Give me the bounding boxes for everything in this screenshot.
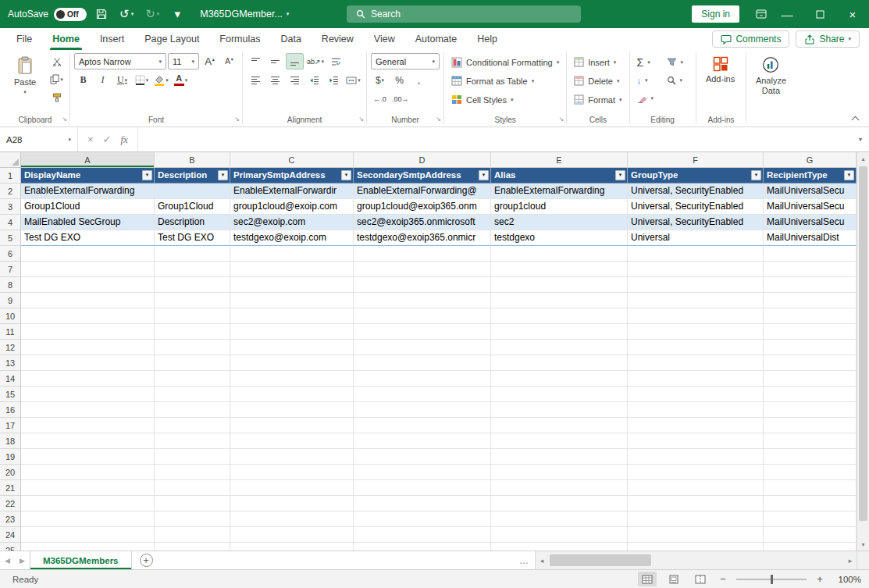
cell-B4[interactable]: Description bbox=[155, 215, 230, 230]
cell-C13[interactable] bbox=[230, 355, 354, 371]
cell-E12[interactable] bbox=[491, 340, 628, 355]
cell-G2[interactable]: MailUniversalSecu bbox=[764, 184, 857, 199]
cell-C10[interactable] bbox=[230, 308, 354, 324]
cell-F12[interactable] bbox=[628, 340, 764, 355]
cell-A2[interactable]: EnableExternalForwarding bbox=[21, 184, 155, 199]
cell-B21[interactable] bbox=[155, 480, 230, 496]
align-right-button[interactable] bbox=[286, 72, 304, 88]
cell-F2[interactable]: Universal, SecurityEnabled bbox=[628, 184, 764, 199]
cell-D23[interactable] bbox=[354, 511, 491, 527]
row-header-25[interactable]: 25 bbox=[0, 543, 21, 551]
filter-button[interactable]: ▼ bbox=[479, 170, 489, 180]
cell-G11[interactable] bbox=[764, 324, 857, 340]
cell-G15[interactable] bbox=[764, 387, 857, 402]
cell-D21[interactable] bbox=[354, 480, 491, 496]
row-header-16[interactable]: 16 bbox=[0, 402, 21, 418]
cell-A14[interactable] bbox=[21, 371, 155, 387]
column-header-D[interactable]: D bbox=[354, 152, 491, 168]
row-header-24[interactable]: 24 bbox=[0, 527, 21, 543]
cell-F11[interactable] bbox=[628, 324, 764, 340]
row-header-15[interactable]: 15 bbox=[0, 387, 21, 402]
percent-style-button[interactable]: % bbox=[390, 72, 408, 88]
find-select-button[interactable]: ▾ bbox=[664, 71, 692, 89]
cell-E21[interactable] bbox=[491, 480, 628, 496]
tab-review[interactable]: Review bbox=[312, 28, 364, 50]
cell-C6[interactable] bbox=[230, 246, 354, 262]
vertical-scroll-thumb[interactable] bbox=[859, 166, 867, 521]
cell-G23[interactable] bbox=[764, 511, 857, 527]
column-header-E[interactable]: E bbox=[491, 152, 628, 168]
cell-C23[interactable] bbox=[230, 511, 354, 527]
scroll-left-button[interactable]: ◂ bbox=[536, 557, 548, 565]
scroll-down-button[interactable]: ▾ bbox=[857, 538, 869, 551]
cell-A6[interactable] bbox=[21, 246, 155, 262]
autosum-button[interactable]: Σ▾ bbox=[634, 53, 662, 71]
tab-data[interactable]: Data bbox=[270, 28, 311, 50]
cell-C3[interactable]: group1cloud@exoip.com bbox=[230, 199, 354, 215]
cell-D14[interactable] bbox=[354, 371, 491, 387]
zoom-level[interactable]: 100% bbox=[833, 575, 861, 584]
cell-C20[interactable] bbox=[230, 465, 354, 480]
column-header-G[interactable]: G bbox=[764, 152, 857, 168]
row-header-10[interactable]: 10 bbox=[0, 308, 21, 324]
row-header-7[interactable]: 7 bbox=[0, 262, 21, 277]
increase-font-size-button[interactable]: A▴ bbox=[201, 53, 219, 69]
align-left-button[interactable] bbox=[247, 72, 265, 88]
cell-B18[interactable] bbox=[155, 433, 230, 449]
row-header-22[interactable]: 22 bbox=[0, 496, 21, 511]
cell-D18[interactable] bbox=[354, 433, 491, 449]
formula-input[interactable] bbox=[138, 127, 852, 151]
underline-button[interactable]: U▾ bbox=[113, 72, 131, 88]
conditional-formatting-button[interactable]: Conditional Formatting▾ bbox=[448, 53, 562, 71]
italic-button[interactable]: I bbox=[94, 72, 112, 88]
row-header-19[interactable]: 19 bbox=[0, 449, 21, 465]
filter-button[interactable]: ▼ bbox=[615, 170, 625, 180]
comma-style-button[interactable]: , bbox=[410, 72, 428, 88]
cell-E11[interactable] bbox=[491, 324, 628, 340]
cell-C25[interactable] bbox=[230, 543, 354, 551]
filter-button[interactable]: ▼ bbox=[341, 170, 351, 180]
cell-F9[interactable] bbox=[628, 293, 764, 308]
cell-E14[interactable] bbox=[491, 371, 628, 387]
cell-D13[interactable] bbox=[354, 355, 491, 371]
cell-A18[interactable] bbox=[21, 433, 155, 449]
horizontal-scroll-track[interactable] bbox=[548, 551, 844, 569]
delete-cells-button[interactable]: Delete▾ bbox=[571, 72, 625, 90]
collapse-ribbon-button[interactable] bbox=[852, 116, 860, 122]
cell-E20[interactable] bbox=[491, 465, 628, 480]
tab-file[interactable]: File bbox=[6, 28, 42, 50]
new-sheet-button[interactable]: + bbox=[140, 554, 153, 567]
name-box[interactable]: A28▾ bbox=[0, 127, 78, 151]
save-button[interactable] bbox=[92, 4, 111, 24]
cell-C16[interactable] bbox=[230, 402, 354, 418]
tab-overflow-ellipsis[interactable]: … bbox=[519, 555, 529, 566]
cell-B6[interactable] bbox=[155, 246, 230, 262]
cell-E9[interactable] bbox=[491, 293, 628, 308]
cell-A11[interactable] bbox=[21, 324, 155, 340]
cell-C2[interactable]: EnableExternalForwardir bbox=[230, 184, 354, 199]
ribbon-display-options-button[interactable] bbox=[752, 4, 771, 24]
redo-button[interactable]: ↻▾ bbox=[142, 4, 162, 24]
cell-D3[interactable]: group1cloud@exoip365.onm bbox=[354, 199, 491, 215]
row-header-11[interactable]: 11 bbox=[0, 324, 21, 340]
row-header-18[interactable]: 18 bbox=[0, 433, 21, 449]
normal-view-button[interactable] bbox=[638, 572, 657, 586]
cell-B20[interactable] bbox=[155, 465, 230, 480]
cell-C8[interactable] bbox=[230, 277, 354, 293]
cell-F16[interactable] bbox=[628, 402, 764, 418]
cell-F20[interactable] bbox=[628, 465, 764, 480]
row-header-12[interactable]: 12 bbox=[0, 340, 21, 355]
cell-B22[interactable] bbox=[155, 496, 230, 511]
cell-D19[interactable] bbox=[354, 449, 491, 465]
filter-button[interactable]: ▼ bbox=[844, 170, 854, 180]
cell-C19[interactable] bbox=[230, 449, 354, 465]
increase-indent-button[interactable] bbox=[325, 72, 343, 88]
cell-F14[interactable] bbox=[628, 371, 764, 387]
tab-formulas[interactable]: Formulas bbox=[209, 28, 270, 50]
cell-B24[interactable] bbox=[155, 527, 230, 543]
cell-A5[interactable]: Test DG EXO bbox=[21, 230, 155, 246]
select-all-button[interactable] bbox=[0, 152, 21, 168]
row-header-21[interactable]: 21 bbox=[0, 480, 21, 496]
number-dialog-launcher[interactable]: ↘ bbox=[436, 116, 441, 123]
enter-check-icon[interactable]: ✓ bbox=[103, 134, 112, 145]
